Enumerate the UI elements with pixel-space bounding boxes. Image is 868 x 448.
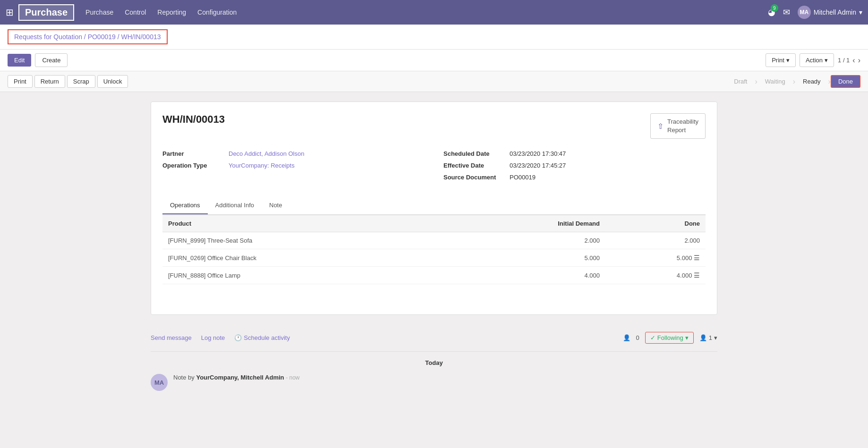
clock-icon[interactable]: ◕ 9	[768, 7, 775, 17]
schedule-label: Schedule activity	[244, 334, 290, 341]
done-3: 4.000 ☰	[605, 267, 706, 284]
top-nav-right: ◕ 9 ✉ MA Mitchell Admin ▾	[768, 6, 862, 19]
avatar-initials: MA	[154, 379, 164, 386]
traceability-button[interactable]: ⇧ TraceabilityReport	[650, 113, 706, 139]
notification-badge: 9	[771, 4, 778, 12]
followers-icon: 👤	[623, 334, 630, 341]
action-dropdown[interactable]: Action ▾	[800, 53, 834, 67]
fields-right: Scheduled Date 03/23/2020 17:30:47 Effec…	[443, 150, 706, 186]
print-button[interactable]: Print	[8, 75, 33, 88]
fields-left: Partner Deco Addict, Addison Olson Opera…	[162, 150, 425, 186]
log-note-button[interactable]: Log note	[201, 334, 225, 341]
operation-type-label: Operation Type	[162, 162, 229, 169]
source-document-field: Source Document PO00019	[443, 174, 706, 181]
today-label: Today	[151, 359, 717, 366]
person-icon: 👤	[699, 334, 707, 341]
check-icon: ✓	[650, 334, 655, 341]
print-dropdown[interactable]: Print ▾	[766, 53, 796, 67]
divider	[151, 351, 717, 352]
note-avatar: MA	[151, 374, 168, 391]
record-title: WH/IN/00013	[162, 113, 225, 126]
operation-type-field: Operation Type YourCompany: Receipts	[162, 162, 425, 169]
user-name: Mitchell Admin	[814, 8, 856, 16]
pagination-text: 1 / 1	[838, 57, 850, 64]
prev-page-button[interactable]: ‹	[852, 56, 855, 65]
nav-control[interactable]: Control	[125, 8, 146, 16]
note-timestamp: - now	[286, 374, 299, 381]
product-name-1[interactable]: [FURN_8999] Three-Seat Sofa	[162, 232, 451, 249]
detail-icon-3[interactable]: ☰	[694, 271, 700, 279]
clock-small-icon: 🕐	[234, 334, 242, 341]
app-brand[interactable]: Purchase	[18, 4, 74, 21]
traceability-icon: ⇧	[657, 122, 664, 131]
return-button[interactable]: Return	[34, 75, 65, 88]
partner-value[interactable]: Deco Addict, Addison Olson	[229, 150, 304, 157]
print-chevron-icon: ▾	[786, 57, 790, 64]
status-draft: Draft	[726, 76, 755, 87]
traceability-label: TraceabilityReport	[667, 118, 698, 135]
participants-chevron: ▾	[714, 334, 717, 341]
grid-icon[interactable]: ⊞	[6, 7, 14, 18]
send-message-button[interactable]: Send message	[151, 334, 192, 341]
scheduled-date-field: Scheduled Date 03/23/2020 17:30:47	[443, 150, 706, 157]
chat-icon[interactable]: ✉	[783, 7, 790, 17]
edit-button[interactable]: Edit	[8, 54, 31, 67]
following-label: Following	[657, 334, 683, 341]
followers-count: 0	[636, 334, 639, 341]
next-page-button[interactable]: ›	[858, 56, 860, 65]
scheduled-date-value: 03/23/2020 17:30:47	[510, 150, 566, 157]
product-name-2[interactable]: [FURN_0269] Office Chair Black	[162, 249, 451, 267]
record-fields: Partner Deco Addict, Addison Olson Opera…	[162, 150, 706, 186]
tab-operations[interactable]: Operations	[162, 197, 208, 214]
schedule-activity-button[interactable]: 🕐 Schedule activity	[234, 334, 290, 341]
scrap-button[interactable]: Scrap	[67, 75, 95, 88]
done-1: 2.000	[605, 232, 706, 249]
done-2: 5.000 ☰	[605, 249, 706, 267]
table-row: [FURN_0269] Office Chair Black 5.000 5.0…	[162, 249, 706, 267]
tab-additional-info[interactable]: Additional Info	[208, 197, 262, 214]
status-waiting: Waiting	[757, 76, 793, 87]
status-bar: Draft › Waiting › Ready › Done	[726, 75, 860, 88]
user-avatar: MA	[798, 6, 811, 19]
participants-count: 1	[709, 334, 712, 341]
breadcrumb[interactable]: Requests for Quotation / PO00019 / WH/IN…	[8, 29, 168, 44]
partner-label: Partner	[162, 150, 229, 157]
participants-button[interactable]: 👤 1 ▾	[699, 334, 717, 341]
msg-right: 👤 0 ✓ Following ▾ 👤 1 ▾	[623, 332, 717, 344]
note-prefix: Note by	[173, 374, 196, 381]
print-label: Print	[772, 57, 784, 64]
tabs: Operations Additional Info Note	[162, 197, 706, 215]
tab-note[interactable]: Note	[262, 197, 289, 214]
user-menu-chevron: ▾	[859, 8, 862, 16]
effective-date-label: Effective Date	[443, 162, 510, 169]
create-button[interactable]: Create	[35, 53, 68, 67]
table-row: [FURN_8888] Office Lamp 4.000 4.000 ☰	[162, 267, 706, 284]
nav-configuration[interactable]: Configuration	[197, 8, 237, 16]
partner-field: Partner Deco Addict, Addison Olson	[162, 150, 425, 157]
status-done: Done	[831, 75, 860, 88]
record-card: WH/IN/00013 ⇧ TraceabilityReport Partner…	[151, 101, 717, 315]
unlock-button[interactable]: Unlock	[97, 75, 128, 88]
main-content: WH/IN/00013 ⇧ TraceabilityReport Partner…	[0, 92, 868, 408]
following-button[interactable]: ✓ Following ▾	[645, 332, 694, 344]
action-bar: Edit Create Print ▾ Action ▾ 1 / 1 ‹ ›	[0, 50, 868, 71]
note-content: Note by YourCompany, Mitchell Admin - no…	[173, 374, 300, 381]
detail-icon-2[interactable]: ☰	[694, 254, 700, 262]
product-name-3[interactable]: [FURN_8888] Office Lamp	[162, 267, 451, 284]
action-label: Action	[806, 57, 823, 64]
nav-reporting[interactable]: Reporting	[157, 8, 186, 16]
nav-purchase[interactable]: Purchase	[85, 8, 113, 16]
top-navigation: ⊞ Purchase Purchase Control Reporting Co…	[0, 0, 868, 25]
scheduled-date-label: Scheduled Date	[443, 150, 510, 157]
status-ready: Ready	[795, 76, 828, 87]
note-entry: MA Note by YourCompany, Mitchell Admin -…	[151, 374, 717, 391]
note-author: YourCompany, Mitchell Admin	[196, 374, 284, 381]
record-toolbar: Print Return Scrap Unlock Draft › Waitin…	[0, 71, 868, 92]
nav-menu: Purchase Control Reporting Configuration	[85, 8, 768, 16]
col-initial-demand: Initial Demand	[451, 215, 605, 232]
action-chevron-icon: ▾	[825, 57, 828, 64]
pagination: 1 / 1 ‹ ›	[838, 56, 860, 65]
user-menu[interactable]: MA Mitchell Admin ▾	[798, 6, 862, 19]
operation-type-value[interactable]: YourCompany: Receipts	[229, 162, 295, 169]
table-row: [FURN_8999] Three-Seat Sofa 2.000 2.000	[162, 232, 706, 249]
